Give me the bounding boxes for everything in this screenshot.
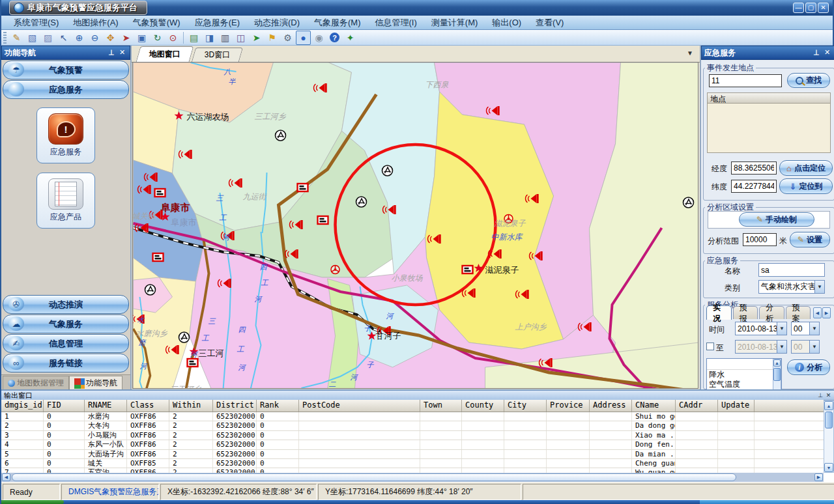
zoom-out-icon[interactable]: ⊖: [87, 31, 102, 45]
scrollbar-thumb[interactable]: [12, 473, 736, 481]
longitude-input[interactable]: [731, 161, 777, 175]
menu-item-应急服务E[interactable]: 应急服务(E): [188, 16, 247, 30]
menu-item-地图操作A[interactable]: 地图操作(A): [66, 16, 125, 30]
select-polygon-icon[interactable]: ▨: [40, 31, 55, 45]
menu-item-信息管理I[interactable]: 信息管理(I): [368, 16, 424, 30]
tab-scroll-right-icon[interactable]: ▶: [822, 307, 831, 318]
column-header-CAddr[interactable]: CAddr: [676, 400, 718, 412]
service-name-input[interactable]: [758, 263, 825, 277]
search-button[interactable]: 查找: [787, 73, 830, 88]
map-marker-station[interactable]: [683, 197, 694, 208]
tab-功能导航[interactable]: 功能导航: [69, 376, 122, 389]
scroll-down-icon[interactable]: ▼: [824, 463, 833, 472]
pin-icon[interactable]: ⊣: [811, 48, 821, 57]
scroll-left-icon[interactable]: ◀: [2, 473, 10, 481]
menu-item-气象预警W[interactable]: 气象预警(W): [126, 16, 188, 30]
analysis-tab-预报[interactable]: 预报: [733, 306, 758, 319]
column-header-Class[interactable]: Class: [127, 400, 169, 412]
globe-service-icon[interactable]: ●: [296, 31, 311, 45]
map-marker-flag[interactable]: [188, 359, 198, 367]
scroll-up-icon[interactable]: ▲: [824, 401, 833, 410]
map-marker-flag[interactable]: [298, 184, 308, 191]
export-tree-icon[interactable]: ✦: [343, 31, 358, 45]
map-marker-station[interactable]: [145, 285, 156, 295]
table-row[interactable]: 30小马厩沟OXFF8626523020000Xiao ma ...: [1, 431, 824, 440]
set-range-button[interactable]: ✎ 设置: [790, 232, 830, 247]
scroll-right-icon[interactable]: ▶: [814, 473, 823, 481]
close-icon[interactable]: ✕: [117, 48, 127, 57]
close-icon[interactable]: ✕: [822, 48, 832, 57]
column-header-FID[interactable]: FID: [44, 400, 85, 412]
print-setup-icon[interactable]: ◫: [233, 31, 248, 45]
table-row[interactable]: 70五官沟OXFF8626523020000Wu guan gou: [1, 468, 824, 473]
settings-gear-icon[interactable]: ⚙: [280, 31, 295, 45]
minimize-button[interactable]: —: [793, 3, 804, 13]
title-bar[interactable]: 阜康市气象预警应急服务平台 —▢✕: [1, 0, 833, 16]
menu-item-气象服务M[interactable]: 气象服务(M): [307, 16, 368, 30]
sidebar-item-应急服务[interactable]: 应急服务: [3, 80, 129, 99]
column-header-District[interactable]: District: [213, 400, 257, 412]
menu-item-测量计算M[interactable]: 测量计算(M): [424, 16, 485, 30]
zoom-select-icon[interactable]: ⊙: [165, 31, 180, 45]
table-row[interactable]: 60城关OXFF8526523020000Cheng guan: [1, 459, 824, 468]
layers-icon[interactable]: ▤: [186, 31, 201, 45]
visibility-eye-icon[interactable]: ◉: [311, 31, 326, 45]
table-row[interactable]: 10水磨沟OXFF8626523020000Shui mo gou: [1, 412, 824, 421]
menu-item-系统管理S[interactable]: 系统管理(S): [7, 16, 66, 30]
tool-button-应急产品[interactable]: 应急产品: [36, 173, 95, 229]
place-list-header[interactable]: 地点: [707, 92, 831, 104]
select-pointer-icon[interactable]: ↖: [56, 31, 71, 45]
service-type-select[interactable]: 气象和洪水灾害 ▼: [758, 280, 825, 294]
column-header-Rank[interactable]: Rank: [257, 400, 299, 412]
map-canvas[interactable]: 阜康市阜康市六运湖农场三工河滋泥泉子甘河子三工河乡下西泉九运街城关镇水磨沟乡三工…: [132, 62, 698, 389]
column-header-PostCode[interactable]: PostCode: [299, 400, 420, 412]
element-listbox[interactable]: 降水空气温度: [706, 358, 782, 389]
pin-icon[interactable]: ⊣: [106, 48, 116, 57]
date-select[interactable]: 2010-08-13 ▼: [735, 322, 787, 335]
sidebar-item-气象服务[interactable]: ☁气象服务: [3, 315, 129, 333]
locate-to-button[interactable]: ⇓ 定位到: [779, 178, 833, 194]
pointer-icon[interactable]: ➤: [119, 31, 134, 45]
tab-地图数据管理[interactable]: 地图数据管理: [3, 376, 69, 389]
help-icon[interactable]: ?: [327, 31, 342, 45]
scroll-up-icon[interactable]: ▲: [773, 359, 781, 367]
analyze-button[interactable]: i 分析: [787, 359, 830, 375]
export-map-icon[interactable]: ◨: [202, 31, 217, 45]
map-tab-地图窗口[interactable]: 地图窗口: [136, 46, 194, 62]
column-header-Within[interactable]: Within: [169, 400, 213, 412]
map-marker-flag[interactable]: [318, 216, 328, 224]
tool-button-应急服务[interactable]: !应急服务: [36, 107, 95, 163]
restore-button[interactable]: ▢: [805, 3, 816, 13]
column-header-City[interactable]: City: [504, 400, 547, 412]
output-vertical-scrollbar[interactable]: ▲ ▼: [824, 400, 834, 473]
place-pin-icon[interactable]: ⚑: [265, 31, 280, 45]
range-input[interactable]: [743, 233, 777, 246]
pan-icon[interactable]: ✥: [103, 31, 118, 45]
location-search-input[interactable]: [709, 74, 782, 87]
output-horizontal-scrollbar[interactable]: ◀ ▶: [1, 473, 824, 482]
refresh-view-icon[interactable]: ↻: [150, 31, 165, 45]
measure-icon[interactable]: ✎: [9, 31, 24, 45]
menu-item-输出O[interactable]: 输出(O): [485, 16, 528, 30]
analysis-tab-实况[interactable]: 实况: [706, 305, 732, 320]
map-marker-spoke[interactable]: [331, 266, 339, 274]
column-header-Update[interactable]: Update: [718, 400, 755, 412]
manual-draw-button[interactable]: ✎ 手动绘制: [739, 212, 814, 227]
column-header-RNAME[interactable]: RNAME: [85, 400, 127, 412]
column-header-County[interactable]: County: [462, 400, 504, 412]
select-feature-icon[interactable]: ➤: [249, 31, 264, 45]
table-row[interactable]: 50大面场子沟OXFF8626523020000Da mian ...: [1, 450, 824, 459]
map-marker-flag[interactable]: [463, 266, 473, 273]
column-header-CName[interactable]: CName: [632, 400, 676, 412]
full-extent-icon[interactable]: ▣: [134, 31, 149, 45]
map-tab-3D窗口[interactable]: 3D窗口: [192, 48, 244, 62]
menu-item-动态推演D[interactable]: 动态推演(D): [247, 16, 307, 30]
to-checkbox[interactable]: [706, 343, 714, 350]
analysis-tab-分析[interactable]: 分析: [759, 306, 784, 319]
click-locate-button[interactable]: ⌂ 点击定位: [779, 160, 833, 176]
zoom-in-icon[interactable]: ⊕: [72, 31, 87, 45]
map-marker-flag[interactable]: [153, 253, 164, 261]
menu-item-查看V[interactable]: 查看(V): [528, 16, 571, 30]
select-rectangle-icon[interactable]: ▧: [25, 31, 40, 45]
map-svg[interactable]: 阜康市阜康市六运湖农场三工河滋泥泉子甘河子三工河乡下西泉九运街城关镇水磨沟乡三工…: [133, 63, 698, 389]
